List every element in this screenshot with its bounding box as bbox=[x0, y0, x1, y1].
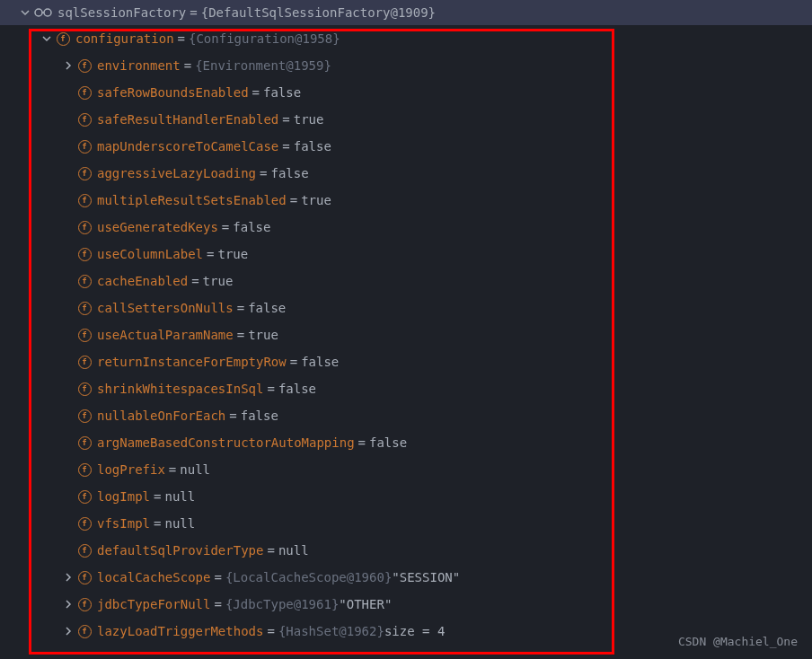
tree-row-field[interactable]: fsafeRowBoundsEnabled = false bbox=[0, 79, 812, 106]
variable-name: safeRowBoundsEnabled bbox=[97, 85, 249, 100]
tree-row-field[interactable]: fuseColumnLabel = true bbox=[0, 241, 812, 268]
chevron-right-icon[interactable] bbox=[61, 597, 75, 611]
variable-name: vfsImpl bbox=[97, 516, 150, 531]
tree-row-field[interactable]: fsafeResultHandlerEnabled = true bbox=[0, 106, 812, 133]
equals-sign: = bbox=[169, 462, 176, 477]
field-value: null bbox=[164, 489, 195, 504]
tree-row-field[interactable]: flogImpl = null bbox=[0, 483, 812, 510]
variable-name: returnInstanceForEmptyRow bbox=[97, 355, 287, 369]
type-hint: {Environment@1959} bbox=[195, 58, 331, 73]
field-value: null bbox=[180, 462, 210, 477]
field-value: false bbox=[294, 139, 331, 154]
tree-row-field[interactable]: flogPrefix = null bbox=[0, 456, 812, 483]
tree-row-field[interactable]: fenvironment = {Environment@1959} bbox=[0, 52, 812, 79]
tree-row-field[interactable]: freturnInstanceForEmptyRow = false bbox=[0, 348, 812, 375]
tree-row-field[interactable]: fmultipleResultSetsEnabled = true bbox=[0, 187, 812, 214]
tree-row-field[interactable]: fnullableOnForEach = false bbox=[0, 402, 812, 429]
tree-row-field[interactable]: fuseGeneratedKeys = false bbox=[0, 214, 812, 241]
field-icon: f bbox=[77, 193, 92, 207]
field-value: false bbox=[263, 85, 301, 100]
tree-row-field[interactable]: fmapUnderscoreToCamelCase = false bbox=[0, 133, 812, 160]
field-icon: f bbox=[77, 301, 92, 315]
field-value: true bbox=[217, 247, 248, 261]
field-icon: f bbox=[77, 112, 92, 127]
equals-sign: = bbox=[229, 409, 236, 423]
tree-row-field[interactable]: fuseActualParamName = true bbox=[0, 321, 812, 348]
type-hint: {JdbcType@1961} bbox=[225, 597, 339, 611]
tree-row-field[interactable]: fargNameBasedConstructorAutoMapping = fa… bbox=[0, 429, 812, 456]
equals-sign: = bbox=[207, 247, 214, 261]
field-value: false bbox=[301, 355, 339, 369]
chevron-right-icon[interactable] bbox=[61, 624, 75, 638]
equals-sign: = bbox=[214, 570, 221, 584]
tree-row-field[interactable]: faggressiveLazyLoading = false bbox=[0, 160, 812, 187]
variable-name: sqlSessionFactory bbox=[57, 5, 186, 20]
chevron-down-icon[interactable] bbox=[18, 5, 32, 20]
variable-name: useColumnLabel bbox=[97, 247, 203, 261]
field-icon: f bbox=[77, 570, 92, 584]
field-value: true bbox=[203, 274, 234, 288]
tree-row-field[interactable]: fvfsImpl = null bbox=[0, 510, 812, 537]
variable-name: jdbcTypeForNull bbox=[97, 597, 210, 611]
variable-name: safeResultHandlerEnabled bbox=[97, 112, 278, 127]
field-icon: f bbox=[77, 328, 92, 342]
variable-name: aggressiveLazyLoading bbox=[97, 166, 256, 180]
equals-sign: = bbox=[290, 355, 297, 369]
field-icon: f bbox=[77, 58, 92, 73]
tree-row-field[interactable]: fdefaultSqlProviderType = null bbox=[0, 537, 812, 564]
field-value: false bbox=[369, 435, 407, 450]
type-value: {DefaultSqlSessionFactory@1909} bbox=[201, 5, 436, 20]
variable-name: cacheEnabled bbox=[97, 274, 188, 288]
tree-row-field[interactable]: flocalCacheScope = {LocalCacheScope@1960… bbox=[0, 564, 812, 591]
field-value: true bbox=[294, 112, 324, 127]
field-icon: f bbox=[77, 382, 92, 396]
variable-name: useActualParamName bbox=[97, 328, 234, 342]
variable-name: mapUnderscoreToCamelCase bbox=[97, 139, 278, 154]
tree-row-field[interactable]: fcacheEnabled = true bbox=[0, 268, 812, 294]
field-icon: f bbox=[77, 85, 92, 100]
variable-name: configuration bbox=[75, 31, 174, 46]
variable-name: localCacheScope bbox=[97, 570, 210, 584]
tree-row-configuration[interactable]: f configuration = {Configuration@1958} bbox=[0, 25, 812, 52]
equals-sign: = bbox=[267, 624, 274, 638]
field-value: false bbox=[270, 166, 308, 180]
field-icon: f bbox=[77, 166, 92, 180]
tree-row-field[interactable]: fcallSettersOnNulls = false bbox=[0, 294, 812, 321]
chevron-right-icon[interactable] bbox=[61, 570, 75, 584]
equals-sign: = bbox=[214, 597, 221, 611]
watermark: CSDN @Machiel_One bbox=[678, 635, 798, 648]
variable-name: shrinkWhitespacesInSql bbox=[97, 382, 263, 396]
field-icon: f bbox=[77, 435, 92, 450]
tree-row-field[interactable]: fjdbcTypeForNull = {JdbcType@1961} "OTHE… bbox=[0, 591, 812, 618]
field-icon: f bbox=[77, 274, 92, 288]
variable-name: environment bbox=[97, 58, 181, 73]
tree-row-field[interactable]: fshrinkWhitespacesInSql = false bbox=[0, 375, 812, 402]
equals-sign: = bbox=[191, 274, 199, 288]
equals-sign: = bbox=[282, 139, 289, 154]
field-value: size = 4 bbox=[384, 624, 445, 638]
field-icon: f bbox=[77, 489, 92, 504]
variable-name: defaultSqlProviderType bbox=[97, 543, 263, 558]
equals-sign: = bbox=[184, 58, 191, 73]
type-hint: {LocalCacheScope@1960} bbox=[225, 570, 392, 584]
chevron-right-icon[interactable] bbox=[61, 58, 75, 73]
equals-sign: = bbox=[237, 301, 244, 315]
field-value: false bbox=[233, 220, 270, 234]
field-value: false bbox=[248, 301, 286, 315]
equals-sign: = bbox=[222, 220, 229, 234]
field-icon: f bbox=[77, 220, 92, 234]
field-value: true bbox=[248, 328, 278, 342]
chevron-down-icon[interactable] bbox=[40, 31, 54, 46]
field-icon: f bbox=[77, 247, 92, 261]
tree-row-root[interactable]: sqlSessionFactory = {DefaultSqlSessionFa… bbox=[0, 0, 812, 25]
variable-name: callSettersOnNulls bbox=[97, 301, 234, 315]
equals-sign: = bbox=[190, 5, 197, 20]
equals-sign: = bbox=[358, 435, 366, 450]
field-icon: f bbox=[77, 462, 92, 477]
type-value: {Configuration@1958} bbox=[189, 31, 340, 46]
field-icon: f bbox=[77, 409, 92, 423]
field-icon: f bbox=[77, 624, 92, 638]
field-value: false bbox=[241, 409, 278, 423]
field-value: true bbox=[301, 193, 331, 207]
field-icon: f bbox=[56, 31, 70, 46]
